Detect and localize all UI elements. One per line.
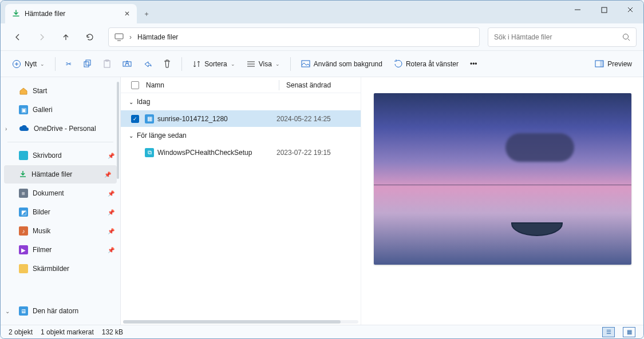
chevron-right-icon[interactable]: › xyxy=(129,33,132,41)
maximize-button[interactable] xyxy=(591,1,617,19)
status-count: 2 objekt xyxy=(9,328,33,336)
separator xyxy=(55,57,56,71)
main-area: Namn Senast ändrad ⌄ Idag ✓ ▦ sunrise-10… xyxy=(121,77,643,325)
column-separator[interactable] xyxy=(279,80,279,90)
chevron-down-icon: ⌄ xyxy=(275,61,280,67)
status-selected: 1 objekt markerat xyxy=(41,328,94,336)
share-button[interactable] xyxy=(139,55,156,73)
tab-title: Hämtade filer xyxy=(25,10,65,18)
rename-icon: A xyxy=(123,60,132,68)
more-icon: ••• xyxy=(470,60,477,68)
svg-rect-12 xyxy=(600,61,603,67)
new-tab-button[interactable]: ＋ xyxy=(137,4,156,23)
window-controls xyxy=(564,1,643,19)
column-name[interactable]: Namn xyxy=(146,81,272,89)
sidebar-item-downloads[interactable]: Hämtade filer 📌 xyxy=(4,165,117,184)
plus-circle-icon xyxy=(12,59,21,69)
cut-button[interactable]: ✂ xyxy=(61,55,76,73)
close-window-button[interactable] xyxy=(617,1,643,19)
sort-button[interactable]: Sortera ⌄ xyxy=(188,55,239,73)
pin-icon: 📌 xyxy=(108,247,114,253)
back-button[interactable] xyxy=(7,28,28,46)
select-all-checkbox[interactable] xyxy=(131,81,139,89)
thumbnails-view-button[interactable]: ▦ xyxy=(623,327,635,337)
search-icon xyxy=(622,33,630,41)
details-view-button[interactable]: ☰ xyxy=(602,327,615,337)
file-row[interactable]: ⧉ WindowsPCHealthCheckSetup 2023-07-22 1… xyxy=(121,144,361,161)
svg-rect-0 xyxy=(602,7,607,13)
forward-button[interactable] xyxy=(31,28,52,46)
rename-button[interactable]: A xyxy=(118,55,136,73)
svg-rect-6 xyxy=(104,61,110,67)
monitor-icon xyxy=(114,33,124,41)
document-icon: ≡ xyxy=(19,189,28,198)
paste-button[interactable] xyxy=(98,55,116,73)
sidebar-item-videos[interactable]: ▶ Filmer 📌 xyxy=(1,241,120,259)
view-label: Visa xyxy=(259,60,272,68)
gallery-icon: ▣ xyxy=(19,105,28,114)
preview-toggle-button[interactable]: Preview xyxy=(590,55,637,73)
set-background-button[interactable]: Använd som bakgrund xyxy=(297,55,387,73)
column-headers: Namn Senast ändrad xyxy=(121,77,361,93)
file-list: Namn Senast ändrad ⌄ Idag ✓ ▦ sunrise-10… xyxy=(121,77,361,325)
svg-point-2 xyxy=(623,34,629,39)
refresh-button[interactable] xyxy=(80,28,100,46)
sidebar-label: Hämtade filer xyxy=(31,170,72,178)
pin-icon: 📌 xyxy=(108,190,114,197)
pin-icon: 📌 xyxy=(108,209,114,216)
row-checkbox[interactable]: ✓ xyxy=(131,115,139,123)
expand-chevron-icon[interactable]: › xyxy=(5,126,7,132)
sidebar-label: Skärmbilder xyxy=(33,265,69,273)
group-long-ago[interactable]: ⌄ För länge sedan xyxy=(121,127,361,144)
close-tab-icon[interactable]: ✕ xyxy=(124,10,130,18)
path-box[interactable]: › Hämtade filer xyxy=(108,27,480,47)
sidebar-item-screenshots[interactable]: Skärmbilder xyxy=(1,260,120,278)
svg-rect-4 xyxy=(84,62,89,67)
copy-button[interactable] xyxy=(78,55,96,73)
share-icon xyxy=(143,59,152,68)
sidebar-item-desktop[interactable]: Skrivbord 📌 xyxy=(1,146,120,165)
view-button[interactable]: Visa ⌄ xyxy=(242,55,285,73)
group-today[interactable]: ⌄ Idag xyxy=(121,93,361,110)
pc-icon: 🖥 xyxy=(19,306,28,316)
trash-icon xyxy=(163,59,171,68)
group-label: För länge sedan xyxy=(137,131,187,139)
new-button[interactable]: Nytt ⌄ xyxy=(7,55,49,73)
decorative-horizon xyxy=(374,185,631,185)
search-box[interactable]: Sök i Hämtade filer xyxy=(488,27,637,47)
file-row[interactable]: ✓ ▦ sunrise-1014712_1280 2024-05-22 14:2… xyxy=(121,110,361,127)
sidebar-item-music[interactable]: ♪ Musik 📌 xyxy=(1,222,120,240)
sidebar-item-documents[interactable]: ≡ Dokument 📌 xyxy=(1,184,120,202)
pin-icon: 📌 xyxy=(104,172,111,178)
path-segment[interactable]: Hämtade filer xyxy=(137,33,178,41)
file-name-cell: ▦ sunrise-1014712_1280 xyxy=(145,114,271,123)
browser-tab[interactable]: Hämtade filer ✕ xyxy=(5,4,137,23)
pictures-icon: ◩ xyxy=(19,208,28,217)
sidebar-label: Musik xyxy=(33,227,50,235)
sidebar-item-pictures[interactable]: ◩ Bilder 📌 xyxy=(1,203,120,221)
file-name-cell: ⧉ WindowsPCHealthCheckSetup xyxy=(145,148,271,157)
music-icon: ♪ xyxy=(19,226,28,236)
download-icon xyxy=(12,10,20,18)
minimize-button[interactable] xyxy=(564,1,591,19)
sidebar-item-onedrive[interactable]: › OneDrive - Personal xyxy=(1,119,120,138)
file-name: WindowsPCHealthCheckSetup xyxy=(157,149,252,157)
up-button[interactable] xyxy=(56,28,76,46)
pin-icon: 📌 xyxy=(108,153,114,159)
rotate-label: Rotera åt vänster xyxy=(406,60,459,68)
column-modified[interactable]: Senast ändrad xyxy=(286,81,331,89)
home-icon xyxy=(19,86,28,95)
delete-button[interactable] xyxy=(159,55,176,73)
rotate-left-button[interactable]: Rotera åt vänster xyxy=(389,55,463,73)
chevron-down-icon: ⌄ xyxy=(40,61,45,67)
sidebar-item-gallery[interactable]: ▣ Galleri xyxy=(1,101,120,119)
rotate-icon xyxy=(394,59,402,68)
body: Start ▣ Galleri › OneDrive - Personal Sk… xyxy=(1,77,643,325)
expand-chevron-icon[interactable]: ⌄ xyxy=(5,308,10,314)
sidebar-item-this-pc[interactable]: ⌄ 🖥 Den här datorn xyxy=(1,302,120,320)
horizontal-scrollbar[interactable] xyxy=(123,320,358,324)
more-button[interactable]: ••• xyxy=(465,55,482,73)
preview-pane-icon xyxy=(595,60,604,67)
svg-text:A: A xyxy=(125,60,129,67)
sidebar-item-start[interactable]: Start xyxy=(1,82,120,100)
